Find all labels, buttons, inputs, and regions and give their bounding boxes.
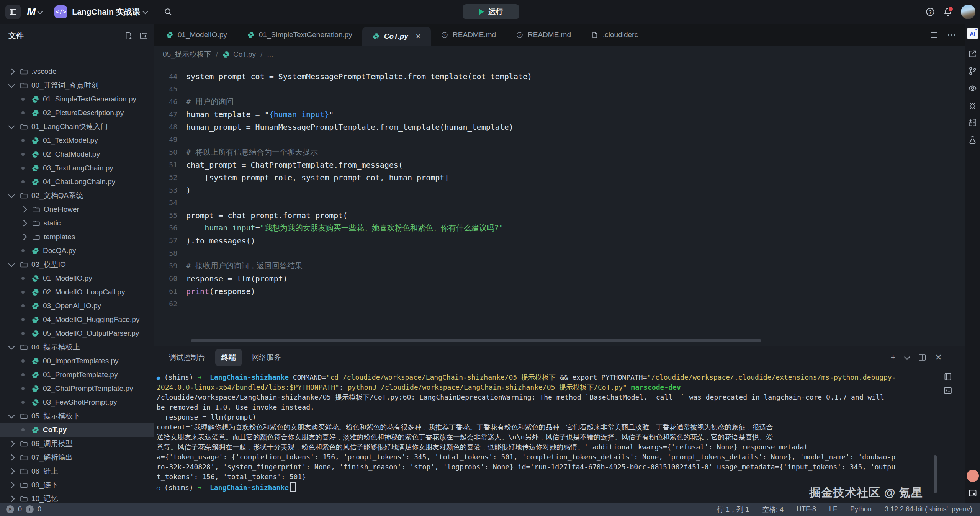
errors-icon[interactable]: ✕ — [6, 505, 14, 513]
code-line[interactable]: 50# 将以上所有信息结合为一个聊天提示 — [154, 146, 965, 158]
tree-file[interactable]: 01_TextModel.py — [0, 134, 154, 147]
tree-file[interactable]: 00_ImportTemplates.py — [0, 354, 154, 368]
chevron-right-icon[interactable] — [8, 496, 15, 502]
tree-file[interactable]: 02_ModelIO_LoopCall.py — [0, 285, 154, 299]
chevron-right-icon[interactable] — [8, 454, 15, 461]
horizontal-scrollbar[interactable] — [191, 339, 761, 342]
tree-folder[interactable]: 06_调用模型 — [0, 437, 154, 451]
code-line[interactable]: 56 human_input="我想为我的女朋友购买一些花。她喜欢粉色和紫色。你… — [154, 222, 965, 234]
close-panel-icon[interactable]: ✕ — [935, 353, 942, 363]
chevron-down-icon[interactable] — [8, 82, 15, 88]
tree-file[interactable]: 01_SimpleTextGeneration.py — [0, 92, 154, 106]
code-line[interactable]: 47human_template = "{human_input}" — [154, 108, 965, 121]
tab-debug-console[interactable]: 调试控制台 — [163, 349, 211, 366]
chevron-down-icon[interactable] — [8, 412, 15, 419]
tab-terminal[interactable]: 终端 — [215, 349, 242, 366]
status-item[interactable]: LF — [829, 505, 837, 513]
code-editor[interactable]: 44system_prompt_cot = SystemMessagePromp… — [154, 62, 965, 346]
breadcrumb-item[interactable]: ... — [267, 50, 273, 59]
chevron-right-icon[interactable] — [8, 468, 15, 475]
split-editor-icon[interactable] — [930, 31, 938, 39]
editor-tab[interactable]: .cloudiderc — [581, 24, 648, 46]
status-item[interactable]: Python — [850, 505, 872, 513]
tree-folder[interactable]: 10_记忆 — [0, 492, 154, 503]
eye-icon[interactable] — [968, 84, 977, 93]
code-line[interactable]: 48human_prompt = HumanMessagePromptTempl… — [154, 121, 965, 133]
tree-folder[interactable]: 01_LangChain快速入门 — [0, 120, 154, 134]
search-icon[interactable] — [164, 8, 172, 16]
debug-icon[interactable] — [968, 101, 977, 110]
notebook-icon[interactable] — [944, 372, 952, 381]
editor-tab[interactable]: ?README.md — [431, 24, 506, 46]
code-line[interactable]: 62 — [154, 297, 965, 310]
chevron-right-icon[interactable] — [21, 220, 27, 227]
support-avatar[interactable] — [967, 470, 979, 482]
tree-folder[interactable]: 08_链上 — [0, 464, 154, 478]
tree-file[interactable]: 05_ModelIO_OutputParser.py — [0, 327, 154, 340]
tree-folder[interactable]: .vscode — [0, 65, 154, 78]
chevron-down-icon[interactable] — [8, 261, 15, 267]
code-line[interactable]: 53) — [154, 184, 965, 196]
breadcrumb-item[interactable]: 05_提示模板下 — [163, 49, 211, 59]
close-tab-icon[interactable]: ✕ — [416, 33, 421, 41]
terminal-scrollbar[interactable] — [934, 455, 937, 493]
beaker-icon[interactable] — [968, 136, 977, 144]
tree-file[interactable]: 04_ModelIO_HuggingFace.py — [0, 313, 154, 327]
tree-folder[interactable]: 02_文档QA系统 — [0, 189, 154, 202]
tree-folder[interactable]: OneFlower — [0, 202, 154, 216]
code-line[interactable]: 61print(response) — [154, 285, 965, 297]
new-terminal-icon[interactable]: + — [891, 353, 896, 363]
code-line[interactable]: 49 — [154, 133, 965, 146]
new-file-icon[interactable] — [124, 31, 133, 40]
breadcrumb-item[interactable]: CoT.py — [223, 50, 256, 59]
tree-file[interactable]: 02_ChatModel.py — [0, 147, 154, 161]
chevron-right-icon[interactable] — [21, 206, 27, 213]
code-line[interactable]: 55prompt = chat_prompt.format_prompt( — [154, 209, 965, 222]
editor-tab[interactable]: 01_ModelIO.py — [156, 24, 237, 46]
marscode-logo[interactable]: M — [27, 6, 35, 18]
code-line[interactable]: 54 — [154, 196, 965, 209]
code-line[interactable]: 51chat_prompt = ChatPromptTemplate.from_… — [154, 158, 965, 171]
chevron-right-icon[interactable] — [8, 69, 15, 75]
tree-folder[interactable]: 04_提示模板上 — [0, 340, 154, 354]
warnings-count[interactable]: 0 — [38, 505, 41, 513]
tree-folder[interactable]: templates — [0, 230, 154, 244]
chevron-down-icon[interactable] — [37, 8, 43, 14]
chevron-right-icon[interactable] — [8, 482, 15, 488]
tree-file[interactable]: 02_ChatPromptTemplate.py — [0, 382, 154, 395]
tree-folder[interactable]: 09_链下 — [0, 478, 154, 492]
tree-folder[interactable]: 00_开篇词_奇点时刻 — [0, 78, 154, 92]
chevron-down-icon[interactable] — [8, 343, 15, 350]
chevron-down-icon[interactable] — [8, 192, 15, 198]
tree-file[interactable]: DocQA.py — [0, 244, 154, 258]
warnings-icon[interactable]: ! — [26, 505, 34, 513]
tree-folder[interactable]: 05_提示模板下 — [0, 409, 154, 423]
tree-file[interactable]: 01_ModelIO.py — [0, 271, 154, 285]
tree-folder[interactable]: 07_解析输出 — [0, 451, 154, 464]
sidebar-toggle-icon[interactable] — [5, 5, 21, 19]
tree-file[interactable]: 01_PromptTemplate.py — [0, 368, 154, 382]
tree-file[interactable]: CoT.py — [0, 423, 154, 437]
tree-file[interactable]: 03_OpenAI_IO.py — [0, 299, 154, 313]
terminal-icon[interactable] — [944, 386, 952, 395]
code-line[interactable]: 60response = llm(prompt) — [154, 272, 965, 285]
notifications-bell-icon[interactable] — [943, 7, 952, 16]
tree-file[interactable]: 02_PictureDescription.py — [0, 106, 154, 120]
errors-count[interactable]: 0 — [18, 505, 22, 513]
code-line[interactable]: 44system_prompt_cot = SystemMessagePromp… — [154, 70, 965, 83]
export-icon[interactable] — [968, 49, 977, 58]
code-line[interactable]: 59# 接收用户的询问，返回回答结果 — [154, 260, 965, 272]
run-button[interactable]: 运行 — [463, 4, 519, 19]
tree-folder[interactable]: static — [0, 216, 154, 230]
chevron-down-icon[interactable] — [904, 354, 910, 360]
chevron-down-icon[interactable] — [8, 123, 15, 129]
tree-file[interactable]: 03_FewShotPrompt.py — [0, 395, 154, 409]
more-actions-icon[interactable]: ⋯ — [947, 29, 957, 40]
status-item[interactable]: 行 1，列 1 — [717, 505, 749, 514]
status-item[interactable]: UTF-8 — [797, 505, 816, 513]
code-line[interactable]: 46# 用户的询问 — [154, 95, 965, 108]
tab-network-service[interactable]: 网络服务 — [246, 349, 287, 366]
tree-file[interactable]: 04_ChatLongChain.py — [0, 175, 154, 189]
chevron-down-icon[interactable] — [142, 8, 148, 14]
user-avatar[interactable] — [961, 5, 975, 19]
